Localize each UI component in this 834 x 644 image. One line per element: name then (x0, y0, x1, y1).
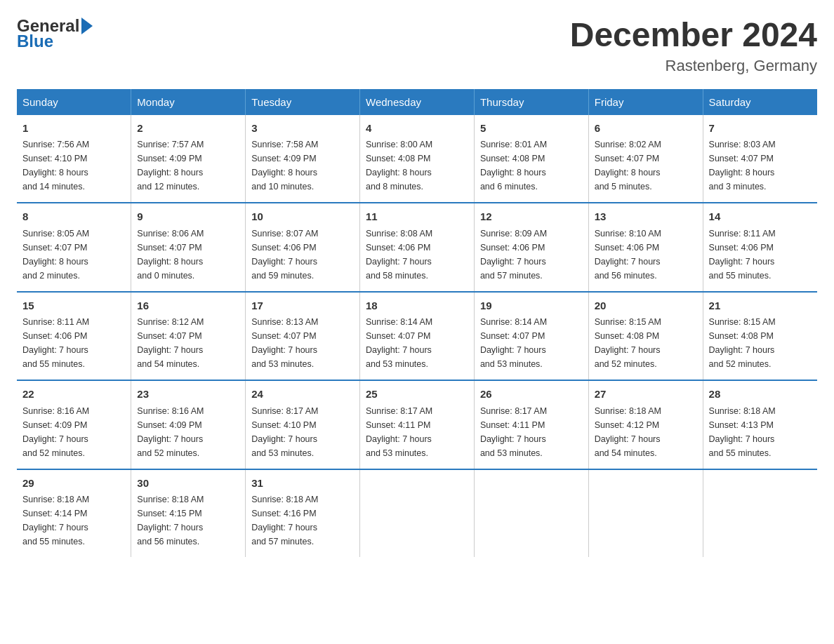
day-cell: 19 Sunrise: 8:14 AMSunset: 4:07 PMDaylig… (474, 292, 588, 381)
day-number: 7 (709, 121, 812, 137)
day-info: Sunrise: 7:56 AMSunset: 4:10 PMDaylight:… (22, 140, 89, 192)
week-row-2: 8 Sunrise: 8:05 AMSunset: 4:07 PMDayligh… (17, 203, 817, 292)
day-number: 12 (480, 209, 583, 225)
day-number: 15 (22, 298, 125, 314)
day-number: 9 (137, 209, 239, 225)
day-cell: 22 Sunrise: 8:16 AMSunset: 4:09 PMDaylig… (17, 380, 131, 469)
day-number: 10 (251, 209, 354, 225)
day-info: Sunrise: 8:11 AMSunset: 4:06 PMDaylight:… (22, 317, 89, 369)
day-cell (703, 469, 817, 558)
day-cell: 5 Sunrise: 8:01 AMSunset: 4:08 PMDayligh… (474, 115, 588, 203)
day-cell: 23 Sunrise: 8:16 AMSunset: 4:09 PMDaylig… (131, 380, 246, 469)
day-number: 1 (22, 121, 125, 137)
day-number: 27 (595, 387, 697, 403)
day-number: 28 (709, 387, 812, 403)
day-number: 19 (480, 298, 583, 314)
day-cell: 28 Sunrise: 8:18 AMSunset: 4:13 PMDaylig… (703, 380, 817, 469)
week-row-1: 1 Sunrise: 7:56 AMSunset: 4:10 PMDayligh… (17, 115, 817, 203)
day-cell: 12 Sunrise: 8:09 AMSunset: 4:06 PMDaylig… (474, 203, 588, 292)
day-number: 3 (251, 121, 354, 137)
logo: General Blue (17, 17, 93, 51)
day-cell: 29 Sunrise: 8:18 AMSunset: 4:14 PMDaylig… (17, 469, 131, 558)
day-info: Sunrise: 8:17 AMSunset: 4:11 PMDaylight:… (480, 406, 547, 458)
day-info: Sunrise: 8:11 AMSunset: 4:06 PMDaylight:… (709, 229, 776, 281)
day-cell: 31 Sunrise: 8:18 AMSunset: 4:16 PMDaylig… (246, 469, 360, 558)
day-info: Sunrise: 8:18 AMSunset: 4:15 PMDaylight:… (137, 495, 204, 546)
day-info: Sunrise: 8:09 AMSunset: 4:06 PMDaylight:… (480, 229, 547, 281)
page-header: General Blue December 2024 Rastenberg, G… (17, 17, 817, 75)
day-info: Sunrise: 8:00 AMSunset: 4:08 PMDaylight:… (366, 140, 432, 192)
day-cell: 27 Sunrise: 8:18 AMSunset: 4:12 PMDaylig… (588, 380, 703, 469)
day-info: Sunrise: 8:17 AMSunset: 4:11 PMDaylight:… (366, 406, 432, 458)
day-number: 24 (251, 387, 354, 403)
day-number: 25 (366, 387, 468, 403)
day-number: 18 (366, 298, 468, 314)
day-cell: 18 Sunrise: 8:14 AMSunset: 4:07 PMDaylig… (360, 292, 475, 381)
day-info: Sunrise: 8:15 AMSunset: 4:08 PMDaylight:… (709, 317, 776, 369)
day-number: 21 (709, 298, 812, 314)
title-block: December 2024 Rastenberg, Germany (570, 17, 817, 75)
day-cell: 16 Sunrise: 8:12 AMSunset: 4:07 PMDaylig… (131, 292, 246, 381)
main-title: December 2024 (570, 17, 817, 54)
day-cell: 20 Sunrise: 8:15 AMSunset: 4:08 PMDaylig… (588, 292, 703, 381)
day-info: Sunrise: 8:13 AMSunset: 4:07 PMDaylight:… (251, 317, 318, 369)
week-row-5: 29 Sunrise: 8:18 AMSunset: 4:14 PMDaylig… (17, 469, 817, 558)
day-number: 5 (480, 121, 583, 137)
day-cell: 26 Sunrise: 8:17 AMSunset: 4:11 PMDaylig… (474, 380, 588, 469)
logo-blue-text: Blue (17, 32, 93, 51)
day-info: Sunrise: 8:16 AMSunset: 4:09 PMDaylight:… (137, 406, 204, 458)
day-info: Sunrise: 8:10 AMSunset: 4:06 PMDaylight:… (595, 229, 661, 281)
day-cell: 1 Sunrise: 7:56 AMSunset: 4:10 PMDayligh… (17, 115, 131, 203)
week-row-3: 15 Sunrise: 8:11 AMSunset: 4:06 PMDaylig… (17, 292, 817, 381)
day-info: Sunrise: 8:16 AMSunset: 4:09 PMDaylight:… (22, 406, 89, 458)
week-row-4: 22 Sunrise: 8:16 AMSunset: 4:09 PMDaylig… (17, 380, 817, 469)
day-info: Sunrise: 8:08 AMSunset: 4:06 PMDaylight:… (366, 229, 432, 281)
day-cell (588, 469, 703, 558)
day-number: 20 (595, 298, 697, 314)
day-info: Sunrise: 8:18 AMSunset: 4:13 PMDaylight:… (709, 406, 776, 458)
calendar-table: SundayMondayTuesdayWednesdayThursdayFrid… (17, 89, 817, 558)
day-number: 8 (22, 209, 125, 225)
col-header-thursday: Thursday (474, 89, 588, 115)
day-number: 17 (251, 298, 354, 314)
day-number: 31 (251, 476, 354, 492)
day-number: 2 (137, 121, 239, 137)
day-cell: 25 Sunrise: 8:17 AMSunset: 4:11 PMDaylig… (360, 380, 475, 469)
day-info: Sunrise: 8:02 AMSunset: 4:07 PMDaylight:… (595, 140, 661, 192)
day-cell: 7 Sunrise: 8:03 AMSunset: 4:07 PMDayligh… (703, 115, 817, 203)
col-header-saturday: Saturday (703, 89, 817, 115)
day-info: Sunrise: 8:15 AMSunset: 4:08 PMDaylight:… (595, 317, 661, 369)
col-header-wednesday: Wednesday (360, 89, 475, 115)
day-cell: 9 Sunrise: 8:06 AMSunset: 4:07 PMDayligh… (131, 203, 246, 292)
col-header-sunday: Sunday (17, 89, 131, 115)
day-info: Sunrise: 8:18 AMSunset: 4:14 PMDaylight:… (22, 495, 89, 546)
col-header-friday: Friday (588, 89, 703, 115)
day-number: 13 (595, 209, 697, 225)
day-number: 16 (137, 298, 239, 314)
day-cell: 10 Sunrise: 8:07 AMSunset: 4:06 PMDaylig… (246, 203, 360, 292)
day-cell: 11 Sunrise: 8:08 AMSunset: 4:06 PMDaylig… (360, 203, 475, 292)
day-cell: 2 Sunrise: 7:57 AMSunset: 4:09 PMDayligh… (131, 115, 246, 203)
col-header-monday: Monday (131, 89, 246, 115)
day-info: Sunrise: 8:14 AMSunset: 4:07 PMDaylight:… (480, 317, 547, 369)
day-info: Sunrise: 8:05 AMSunset: 4:07 PMDaylight:… (22, 229, 89, 281)
day-cell (360, 469, 475, 558)
day-cell: 24 Sunrise: 8:17 AMSunset: 4:10 PMDaylig… (246, 380, 360, 469)
day-info: Sunrise: 8:18 AMSunset: 4:16 PMDaylight:… (251, 495, 318, 546)
day-info: Sunrise: 8:07 AMSunset: 4:06 PMDaylight:… (251, 229, 318, 281)
day-number: 23 (137, 387, 239, 403)
col-header-tuesday: Tuesday (246, 89, 360, 115)
day-cell: 4 Sunrise: 8:00 AMSunset: 4:08 PMDayligh… (360, 115, 475, 203)
day-cell: 6 Sunrise: 8:02 AMSunset: 4:07 PMDayligh… (588, 115, 703, 203)
day-cell (474, 469, 588, 558)
day-cell: 3 Sunrise: 7:58 AMSunset: 4:09 PMDayligh… (246, 115, 360, 203)
day-info: Sunrise: 8:18 AMSunset: 4:12 PMDaylight:… (595, 406, 661, 458)
day-cell: 8 Sunrise: 8:05 AMSunset: 4:07 PMDayligh… (17, 203, 131, 292)
day-number: 29 (22, 476, 125, 492)
day-info: Sunrise: 8:14 AMSunset: 4:07 PMDaylight:… (366, 317, 432, 369)
day-info: Sunrise: 7:57 AMSunset: 4:09 PMDaylight:… (137, 140, 204, 192)
day-number: 6 (595, 121, 697, 137)
day-number: 22 (22, 387, 125, 403)
day-info: Sunrise: 8:03 AMSunset: 4:07 PMDaylight:… (709, 140, 776, 192)
subtitle: Rastenberg, Germany (570, 57, 817, 75)
